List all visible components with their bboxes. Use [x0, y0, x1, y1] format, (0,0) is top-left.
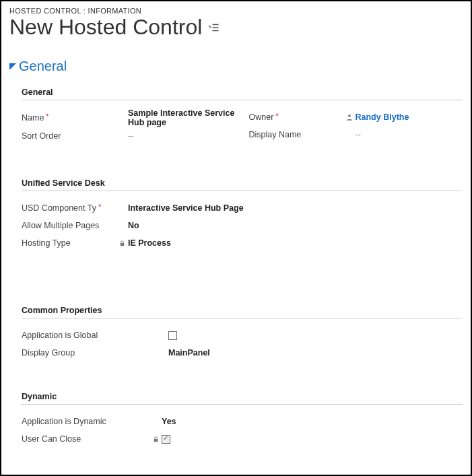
- sort-order-label: Sort Order: [22, 131, 61, 141]
- allow-multiple-value: No: [128, 221, 463, 230]
- collapse-triangle-icon: [9, 63, 16, 70]
- svg-marker-3: [9, 63, 16, 70]
- sort-order-field[interactable]: Sort Order --: [22, 127, 236, 145]
- common-subsection-title: Common Properties: [22, 306, 463, 318]
- svg-point-4: [348, 114, 351, 117]
- form-selector-icon[interactable]: [207, 22, 220, 34]
- dynamic-subsection: Dynamic Application is Dynamic Yes User …: [9, 392, 463, 448]
- hosting-type-value: IE Process: [128, 238, 463, 248]
- user-can-close-label: User Can Close: [22, 434, 81, 444]
- sort-order-value: --: [128, 131, 236, 141]
- svg-rect-6: [154, 439, 158, 442]
- page-title-row: New Hosted Control: [9, 15, 463, 40]
- usd-component-field[interactable]: USD Component Ty* Interactive Service Hu…: [22, 199, 463, 217]
- general-subsection-title: General: [22, 88, 463, 100]
- section-header[interactable]: General: [9, 59, 463, 74]
- allow-multiple-label: Allow Multiple Pages: [22, 221, 99, 230]
- common-subsection: Common Properties Application is Global …: [9, 306, 463, 362]
- name-label: Name: [22, 113, 44, 123]
- hosting-type-label: Hosting Type: [22, 238, 71, 248]
- allow-multiple-field[interactable]: Allow Multiple Pages No: [22, 217, 463, 234]
- dynamic-subsection-title: Dynamic: [22, 392, 463, 405]
- display-group-label: Display Group: [22, 348, 75, 358]
- user-can-close-checkbox: [162, 435, 170, 444]
- display-name-field[interactable]: Display Name --: [249, 126, 463, 143]
- general-subsection: General Name* Sample Interactive Service…: [9, 88, 463, 145]
- lock-icon: [149, 436, 162, 443]
- breadcrumb: HOSTED CONTROL : INFORMATION: [9, 7, 463, 15]
- display-name-value: --: [356, 130, 463, 139]
- usd-component-value: Interactive Service Hub Page: [128, 203, 463, 213]
- lock-icon: [116, 240, 128, 247]
- name-field[interactable]: Name* Sample Interactive Service Hub pag…: [22, 108, 236, 127]
- user-can-close-field: User Can Close: [22, 430, 463, 448]
- app-dynamic-value: Yes: [162, 417, 463, 426]
- usd-subsection: Unified Service Desk USD Component Ty* I…: [9, 178, 463, 252]
- required-icon: *: [275, 112, 278, 120]
- display-group-field[interactable]: Display Group MainPanel: [22, 344, 463, 362]
- usd-component-label: USD Component Ty: [22, 203, 96, 213]
- display-name-label: Display Name: [249, 130, 302, 139]
- owner-field[interactable]: Owner* Randy Blythe: [249, 108, 463, 126]
- app-dynamic-field[interactable]: Application is Dynamic Yes: [22, 413, 463, 430]
- app-global-field[interactable]: Application is Global: [22, 327, 463, 344]
- app-global-label: Application is Global: [22, 331, 98, 340]
- name-value: Sample Interactive Service Hub page: [128, 108, 236, 127]
- section-title: General: [19, 59, 67, 74]
- svg-rect-5: [120, 243, 124, 246]
- required-icon: *: [46, 112, 48, 121]
- hosting-type-field: Hosting Type IE Process: [22, 234, 463, 252]
- app-dynamic-label: Application is Dynamic: [22, 417, 106, 426]
- usd-subsection-title: Unified Service Desk: [22, 178, 463, 191]
- display-group-value: MainPanel: [168, 348, 463, 358]
- owner-value[interactable]: Randy Blythe: [356, 112, 409, 122]
- page-title: New Hosted Control: [9, 15, 202, 40]
- required-icon: *: [98, 203, 101, 211]
- person-icon: [343, 113, 356, 121]
- owner-label: Owner: [249, 112, 274, 122]
- app-global-checkbox[interactable]: [168, 331, 177, 340]
